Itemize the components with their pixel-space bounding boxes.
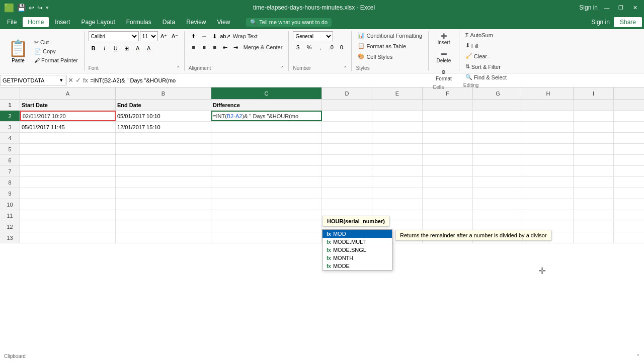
cell-f2[interactable] — [423, 111, 473, 121]
cell-e1[interactable] — [372, 100, 423, 110]
col-header-g[interactable]: G — [473, 87, 523, 99]
list-item[interactable]: fx MODE.MULT — [323, 238, 392, 246]
font-size-select[interactable]: 11 — [140, 31, 158, 41]
col-header-e[interactable]: E — [372, 87, 423, 99]
win-min[interactable]: — — [602, 3, 612, 13]
row-num-5[interactable]: 5 — [0, 144, 20, 154]
menu-view[interactable]: View — [212, 17, 235, 27]
col-header-i[interactable]: I — [574, 87, 614, 99]
menu-insert[interactable]: Insert — [50, 17, 75, 27]
cell-b1[interactable]: End Date — [116, 100, 211, 110]
cut-button[interactable]: ✂ Cut — [32, 38, 80, 47]
border-button[interactable]: ⊞ — [122, 43, 132, 53]
cell-e2[interactable] — [372, 111, 423, 121]
formula-input[interactable] — [88, 75, 644, 86]
cell-f1[interactable] — [423, 100, 473, 110]
row-num-12[interactable]: 12 — [0, 221, 20, 232]
paste-button[interactable]: 📋 Paste — [4, 37, 32, 65]
list-item[interactable]: fx MONTH — [323, 254, 392, 262]
find-select-button[interactable]: 🔍 Find & Select — [463, 73, 509, 81]
row-num-3[interactable]: 3 — [0, 122, 20, 132]
save-icon[interactable]: 💾 — [17, 4, 26, 12]
fill-button[interactable]: ⬇ Fill — [463, 41, 509, 50]
cell-h1[interactable] — [523, 100, 574, 110]
number-format-select[interactable]: General — [293, 31, 333, 41]
confirm-formula-button[interactable]: ✓ — [75, 76, 81, 84]
cell-c3[interactable] — [211, 122, 322, 132]
row-num-4[interactable]: 4 — [0, 133, 20, 143]
align-top-btn[interactable]: ⬆ — [189, 31, 199, 41]
cell-styles-button[interactable]: 🎨Cell Styles — [356, 52, 424, 61]
cell-b2[interactable]: 05/01/2017 10:10 — [116, 111, 211, 121]
bold-button[interactable]: B — [89, 43, 99, 53]
sort-filter-button[interactable]: ⇅ Sort & Filter — [463, 62, 509, 71]
list-item[interactable]: fx MODE — [323, 262, 392, 270]
name-box-dropdown[interactable]: ▾ — [60, 77, 63, 83]
font-color-button[interactable]: A — [144, 43, 154, 53]
wrap-text-button[interactable]: Wrap Text — [231, 31, 260, 41]
row-num-9[interactable]: 9 — [0, 188, 20, 199]
cell-e3[interactable] — [372, 122, 423, 132]
insert-button[interactable]: ➕ Insert — [433, 31, 455, 47]
delete-button[interactable]: ➖ Delete — [433, 49, 455, 65]
conditional-formatting-button[interactable]: 📊Conditional Formatting — [356, 31, 424, 40]
format-as-table-button[interactable]: 📋Format as Table — [356, 42, 424, 50]
col-header-a[interactable]: A — [20, 87, 116, 99]
menu-formulas[interactable]: Formulas — [121, 17, 156, 27]
name-box[interactable]: GETPIVOTDATA ▾ — [0, 75, 65, 86]
cell-i3[interactable] — [574, 122, 614, 132]
indent-increase-btn[interactable]: ⇥ — [231, 42, 241, 52]
decimal-decrease-btn[interactable]: 0. — [337, 42, 347, 52]
cell-d2[interactable] — [322, 111, 372, 121]
indent-decrease-btn[interactable]: ⇤ — [220, 42, 230, 52]
italic-button[interactable]: I — [100, 43, 110, 53]
cell-g3[interactable] — [473, 122, 523, 132]
row-num-6[interactable]: 6 — [0, 155, 20, 165]
cell-h3[interactable] — [523, 122, 574, 132]
cell-c2[interactable]: =INT(B2-A2)& " Days "&HOUR(mo — [211, 111, 322, 121]
cell-c1[interactable]: Difference — [211, 100, 322, 110]
decimal-increase-btn[interactable]: .0 — [326, 42, 336, 52]
function-wizard-button[interactable]: fx — [83, 76, 88, 84]
clear-button[interactable]: 🧹 Clear - — [463, 52, 509, 60]
fill-color-button[interactable]: A — [133, 43, 143, 53]
cell-f3[interactable] — [423, 122, 473, 132]
undo-icon[interactable]: ↩ — [29, 4, 34, 12]
cell-i2[interactable] — [574, 111, 614, 121]
cell-i1[interactable] — [574, 100, 614, 110]
cell-b3[interactable]: 12/01/2017 15:10 — [116, 122, 211, 132]
align-left-btn[interactable]: ≡ — [189, 42, 199, 52]
cell-d1[interactable] — [322, 100, 372, 110]
autosum-button[interactable]: Σ AutoSum — [463, 31, 509, 39]
cell-h2[interactable] — [523, 111, 574, 121]
comma-btn[interactable]: , — [315, 42, 325, 52]
redo-icon[interactable]: ↪ — [37, 4, 43, 12]
align-center-btn[interactable]: ≡ — [199, 42, 209, 52]
signin-link[interactable]: Sign in — [591, 19, 610, 26]
row-num-2[interactable]: 2 — [0, 111, 20, 121]
orientation-btn[interactable]: ab↗ — [220, 31, 230, 41]
increase-font-btn[interactable]: A⁺ — [159, 31, 169, 41]
row-num-8[interactable]: 8 — [0, 177, 20, 188]
sign-in[interactable]: Sign in — [579, 4, 598, 11]
format-button[interactable]: ⚙ Format — [433, 67, 455, 83]
format-painter-button[interactable]: 🖌 Format Painter — [32, 56, 80, 64]
win-restore[interactable]: ❐ — [616, 3, 626, 13]
copy-button[interactable]: 📄 Copy — [32, 47, 80, 56]
col-header-d[interactable]: D — [322, 87, 372, 99]
row-num-13[interactable]: 13 — [0, 232, 20, 243]
cell-a2[interactable]: 02/01/2017 10:20 — [20, 111, 116, 121]
font-name-select[interactable]: Calibri — [89, 31, 139, 41]
col-header-b[interactable]: B — [116, 87, 211, 99]
row-num-1[interactable]: 1 — [0, 100, 20, 110]
cell-g1[interactable] — [473, 100, 523, 110]
underline-button[interactable]: U — [111, 43, 121, 53]
menu-data[interactable]: Data — [157, 17, 180, 27]
menu-page-layout[interactable]: Page Layout — [76, 17, 120, 27]
align-middle-btn[interactable]: ↔ — [199, 31, 209, 41]
menu-review[interactable]: Review — [181, 17, 211, 27]
percent-btn[interactable]: % — [304, 42, 314, 52]
accounting-btn[interactable]: $ — [293, 42, 303, 52]
align-bottom-btn[interactable]: ⬇ — [210, 31, 220, 41]
decrease-font-btn[interactable]: A⁻ — [170, 31, 180, 41]
